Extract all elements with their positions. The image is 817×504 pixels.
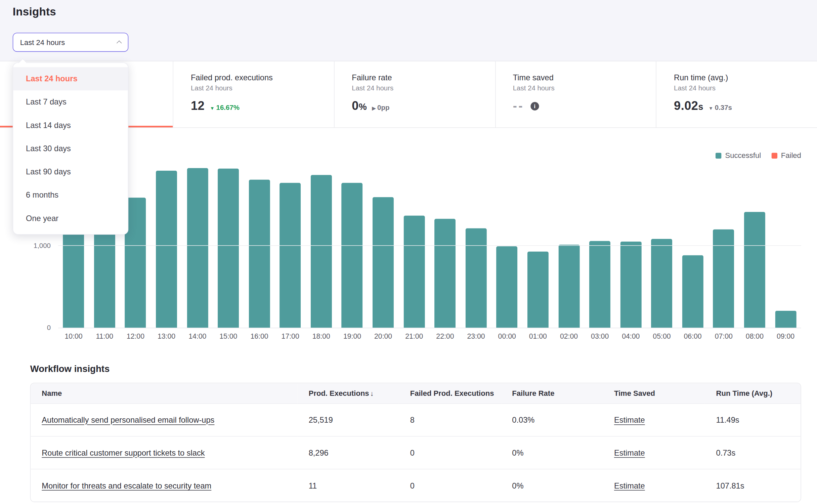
- bar-slot: [585, 148, 615, 328]
- chart-plot: 1,0000: [58, 148, 801, 328]
- bar-16:00: [249, 180, 270, 328]
- bar-08:00: [744, 212, 765, 328]
- bar-slot: [399, 148, 430, 328]
- metric-card-title: Run time (avg.): [674, 73, 817, 82]
- prod-executions-cell: 11: [298, 469, 399, 502]
- bar-07:00: [713, 229, 734, 328]
- metric-card-title: Time saved: [513, 73, 656, 82]
- y-tick-label: 1,000: [14, 242, 51, 250]
- column-header-time-saved[interactable]: Time Saved: [603, 383, 705, 403]
- sort-desc-icon: ↓: [370, 389, 374, 397]
- bar-01:00: [527, 252, 549, 328]
- triangle-down-icon: ▼: [210, 106, 215, 111]
- metric-card-failed-prod-executions[interactable]: Failed prod. executions Last 24 hours 12…: [173, 61, 334, 127]
- x-tick-label: 11:00: [89, 332, 120, 340]
- dropdown-option-6-months[interactable]: 6 months: [13, 183, 128, 207]
- x-tick-label: 01:00: [522, 332, 553, 340]
- metric-card-subtitle: Last 24 hours: [352, 84, 495, 92]
- failure-rate-cell: 0.03%: [501, 403, 603, 436]
- workflow-link[interactable]: Automatically send personalised email fo…: [42, 415, 214, 424]
- x-tick-label: 02:00: [553, 332, 584, 340]
- column-header-failed-prod-executions[interactable]: Failed Prod. Executions: [399, 383, 501, 403]
- bar-slot: [461, 148, 491, 328]
- bar-slot: [522, 148, 553, 328]
- dropdown-option-one-year[interactable]: One year: [13, 207, 128, 230]
- bar-20:00: [373, 197, 394, 328]
- x-tick-label: 16:00: [244, 332, 275, 340]
- triangle-right-icon: ▶: [372, 106, 376, 111]
- x-tick-label: 08:00: [739, 332, 770, 340]
- workflow-link[interactable]: Route critical customer support tickets …: [42, 448, 205, 457]
- dropdown-option-last-7-days[interactable]: Last 7 days: [13, 90, 128, 114]
- dropdown-option-last-24-hours[interactable]: Last 24 hours: [13, 67, 128, 90]
- failed-executions-cell: 8: [399, 403, 501, 436]
- estimate-link[interactable]: Estimate: [614, 481, 645, 490]
- x-tick-label: 19:00: [337, 332, 368, 340]
- metric-card-failure-rate[interactable]: Failure rate Last 24 hours 0% ▶0pp: [334, 61, 495, 127]
- bar-slot: [677, 148, 708, 328]
- x-tick-label: 03:00: [585, 332, 615, 340]
- metric-card-title: Failed prod. executions: [191, 73, 334, 82]
- column-header-failure-rate[interactable]: Failure Rate: [501, 383, 603, 403]
- bar-19:00: [342, 183, 363, 328]
- bar-17:00: [280, 183, 301, 328]
- workflow-link[interactable]: Monitor for threats and escalate to secu…: [42, 481, 211, 490]
- x-tick-label: 00:00: [491, 332, 522, 340]
- bar-06:00: [682, 255, 703, 328]
- metric-card-run-time[interactable]: Run time (avg.) Last 24 hours 9.02s ▼0.3…: [656, 61, 817, 127]
- page-header: Insights Last 24 hours: [0, 0, 817, 61]
- table-row: Automatically send personalised email fo…: [31, 403, 801, 436]
- column-header-run-time[interactable]: Run Time (Avg.): [705, 383, 801, 403]
- bar-04:00: [620, 242, 641, 328]
- insights-page: Insights Last 24 hours Failed prod. exec…: [0, 0, 817, 504]
- failure-rate-cell: 0%: [501, 436, 603, 469]
- bar-slot: [244, 148, 275, 328]
- metric-card-subtitle: Last 24 hours: [191, 84, 334, 92]
- metric-card-unit: s: [698, 102, 703, 113]
- bar-slot: [306, 148, 337, 328]
- time-range-select[interactable]: Last 24 hours: [13, 33, 129, 52]
- x-tick-label: 04:00: [615, 332, 646, 340]
- bar-slot: [770, 148, 801, 328]
- x-tick-label: 23:00: [461, 332, 491, 340]
- metric-card-time-saved[interactable]: Time saved Last 24 hours -- i: [495, 61, 656, 127]
- bar-slot: [275, 148, 306, 328]
- x-tick-label: 15:00: [213, 332, 244, 340]
- chart-bars: [58, 148, 801, 328]
- failure-rate-cell: 0%: [501, 469, 603, 502]
- chevron-up-icon: [117, 40, 122, 46]
- dropdown-option-last-90-days[interactable]: Last 90 days: [13, 160, 128, 183]
- run-time-cell: 11.49s: [705, 403, 801, 436]
- failed-executions-cell: 0: [399, 469, 501, 502]
- bar-22:00: [434, 219, 456, 328]
- x-tick-label: 18:00: [306, 332, 337, 340]
- bar-15:00: [218, 168, 239, 328]
- page-title: Insights: [13, 5, 56, 18]
- bar-slot: [553, 148, 584, 328]
- x-tick-label: 07:00: [708, 332, 739, 340]
- table-row: Monitor for threats and escalate to secu…: [31, 469, 801, 502]
- y-tick-label: 0: [14, 324, 51, 332]
- bar-21:00: [403, 216, 425, 328]
- info-icon[interactable]: i: [530, 102, 539, 110]
- x-tick-label: 13:00: [151, 332, 182, 340]
- prod-executions-cell: 25,519: [298, 403, 399, 436]
- run-time-cell: 107.81s: [705, 469, 801, 502]
- table-row: Route critical customer support tickets …: [31, 436, 801, 469]
- metric-card-value: --: [513, 99, 524, 113]
- estimate-link[interactable]: Estimate: [614, 448, 645, 457]
- column-header-prod-executions[interactable]: Prod. Executions↓: [298, 383, 399, 403]
- x-tick-label: 22:00: [430, 332, 461, 340]
- bar-slot: [213, 148, 244, 328]
- estimate-link[interactable]: Estimate: [614, 415, 645, 424]
- metric-card-value: 9.02: [674, 99, 698, 113]
- dropdown-option-last-14-days[interactable]: Last 14 days: [13, 114, 128, 137]
- column-header-name[interactable]: Name: [31, 383, 297, 403]
- workflow-insights-section: Workflow insights Name Prod. Executions↓…: [0, 350, 817, 502]
- metric-card-delta: ▼16.67%: [210, 103, 240, 112]
- bar-23:00: [466, 228, 487, 328]
- bar-slot: [739, 148, 770, 328]
- prod-executions-cell: 8,296: [298, 436, 399, 469]
- dropdown-option-last-30-days[interactable]: Last 30 days: [13, 137, 128, 160]
- bar-18:00: [311, 175, 332, 328]
